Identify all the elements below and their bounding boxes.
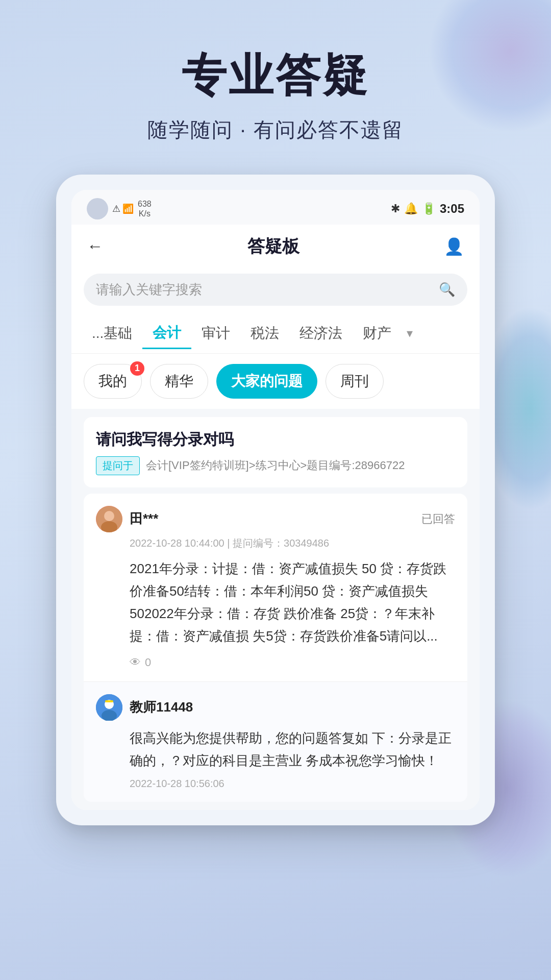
question-source-tag: 提问于	[96, 456, 140, 475]
category-more-icon[interactable]: ▾	[402, 321, 418, 346]
status-icons: ⚠ 📶	[112, 203, 134, 214]
teacher-header: 教师11448	[96, 694, 455, 721]
status-right: ✱ 🔔 🔋 3:05	[391, 202, 464, 216]
search-container: 请输入关键字搜索 🔍	[71, 268, 480, 314]
user-content: 2021年分录：计提：借：资产减值损失 50 贷：存货跌价准备50结转：借：本年…	[130, 557, 455, 648]
phone-wrapper: ⚠ 📶 638 K/s ✱ 🔔 🔋 3:05 ←	[0, 175, 551, 825]
sound-icon: 🔔	[404, 202, 418, 215]
battery-icon: 🔋	[422, 202, 436, 215]
phone-mockup: ⚠ 📶 638 K/s ✱ 🔔 🔋 3:05 ←	[56, 175, 495, 825]
mine-badge: 1	[130, 361, 144, 376]
status-bar: ⚠ 📶 638 K/s ✱ 🔔 🔋 3:05	[71, 190, 480, 225]
category-tabs: ...基础 会计 审计 税法 经济法 财产 ▾	[71, 314, 480, 354]
bluetooth-icon: ✱	[391, 202, 400, 215]
phone-screen: ⚠ 📶 638 K/s ✱ 🔔 🔋 3:05 ←	[71, 190, 480, 810]
user-info: 田***	[96, 506, 158, 532]
content-area: 请问我写得分录对吗 提问于 会计[VIP签约特训班]>练习中心>题目编号:289…	[71, 409, 480, 810]
user-avatar	[96, 506, 122, 532]
svg-rect-6	[105, 700, 113, 702]
category-tab-basics[interactable]: ...基础	[82, 318, 142, 348]
teacher-reply: 教师11448 很高兴能为您提供帮助，您的问题答复如 下：分录是正确的，？对应的…	[84, 682, 467, 802]
profile-icon[interactable]: 👤	[444, 237, 464, 256]
search-icon: 🔍	[439, 282, 455, 298]
status-avatar	[87, 198, 108, 219]
warning-icon: ⚠	[112, 203, 120, 214]
question-title: 请问我写得分录对吗	[96, 429, 455, 450]
svg-point-5	[102, 710, 117, 721]
question-meta: 提问于 会计[VIP签约特训班]>练习中心>题目编号:28966722	[96, 456, 455, 475]
page-title: 答疑板	[247, 235, 299, 258]
category-tab-audit[interactable]: 审计	[191, 318, 240, 348]
hero-title: 专业答疑	[0, 51, 551, 101]
filter-tabs: 我的 1 精华 大家的问题 周刊	[71, 354, 480, 409]
answered-badge: 已回答	[421, 511, 455, 527]
status-speed: 638 K/s	[138, 199, 152, 218]
category-tab-finance[interactable]: 财产	[353, 318, 402, 348]
eye-icon: 👁	[130, 656, 141, 669]
user-timestamp: 2022-10-28 10:44:00 | 提问编号：30349486	[130, 536, 455, 550]
category-tab-accounting[interactable]: 会计	[142, 318, 191, 349]
back-button[interactable]: ←	[87, 237, 103, 256]
teacher-avatar	[96, 694, 122, 721]
teacher-content: 很高兴能为您提供帮助，您的问题答复如 下：分录是正确的，？对应的科目是主营业 务…	[130, 727, 455, 772]
user-question: 田*** 已回答 2022-10-28 10:44:00 | 提问编号：3034…	[84, 494, 467, 682]
filter-tab-mine[interactable]: 我的 1	[84, 364, 142, 399]
search-bar[interactable]: 请输入关键字搜索 🔍	[84, 274, 467, 306]
filter-tab-all-questions[interactable]: 大家的问题	[216, 364, 317, 399]
question-card: 请问我写得分录对吗 提问于 会计[VIP签约特训班]>练习中心>题目编号:289…	[84, 417, 467, 487]
hero-section: 专业答疑 随学随问 · 有问必答不遗留	[0, 0, 551, 175]
status-left: ⚠ 📶 638 K/s	[87, 198, 152, 219]
user-header: 田*** 已回答	[96, 506, 455, 532]
answer-section: 田*** 已回答 2022-10-28 10:44:00 | 提问编号：3034…	[84, 494, 467, 802]
view-number: 0	[145, 656, 151, 669]
category-tab-tax[interactable]: 税法	[240, 318, 289, 348]
wifi-icon: 📶	[122, 203, 134, 214]
category-tab-economic-law[interactable]: 经济法	[289, 318, 353, 348]
search-placeholder: 请输入关键字搜索	[96, 281, 433, 299]
filter-tab-weekly[interactable]: 周刊	[325, 364, 384, 399]
status-time: 3:05	[440, 202, 464, 216]
teacher-name: 教师11448	[130, 698, 193, 716]
hero-subtitle: 随学随问 · 有问必答不遗留	[0, 116, 551, 144]
nav-bar: ← 答疑板 👤	[71, 225, 480, 268]
question-source-text: 会计[VIP签约特训班]>练习中心>题目编号:28966722	[146, 458, 405, 473]
svg-point-1	[104, 511, 114, 521]
user-name: 田***	[130, 510, 158, 528]
view-count: 👁 0	[130, 656, 455, 669]
filter-tab-featured[interactable]: 精华	[150, 364, 208, 399]
teacher-timestamp: 2022-10-28 10:56:06	[130, 778, 455, 790]
